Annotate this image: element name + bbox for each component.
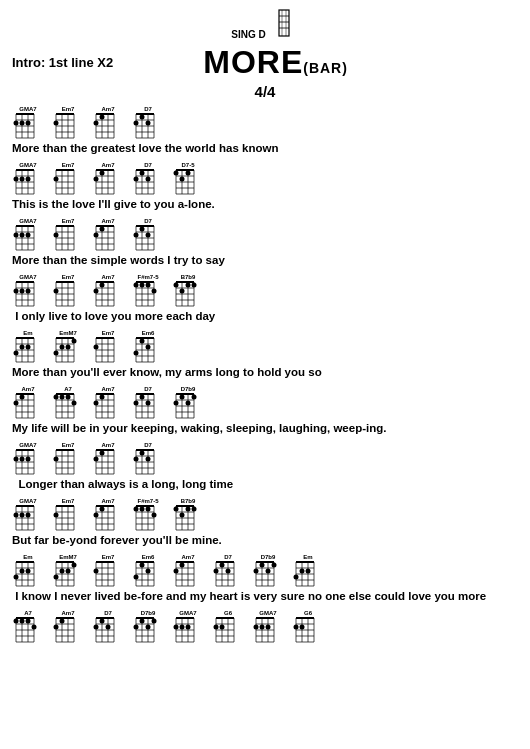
svg-point-276 (72, 339, 77, 344)
svg-point-662 (152, 619, 157, 624)
chord-diagram-GMA7: GMA7 (12, 216, 44, 252)
sing-d-label: SING D (12, 8, 518, 40)
svg-text:EmM7: EmM7 (59, 554, 77, 560)
svg-text:D7: D7 (224, 554, 232, 560)
svg-point-138 (20, 233, 25, 238)
svg-text:Am7: Am7 (101, 162, 115, 168)
svg-point-675 (180, 625, 185, 630)
svg-point-491 (174, 507, 179, 512)
sing-d-text: SING D (231, 29, 265, 40)
chord-diagram-GMA7: GMA7 (12, 440, 44, 476)
svg-text:D7b9: D7b9 (181, 386, 196, 392)
svg-point-231 (146, 283, 151, 288)
section-8: GMA7Em7Am7F#m7-5B7b9 But far be-yond for… (12, 496, 518, 546)
svg-point-123 (174, 171, 179, 176)
chord-diagram-Em7: Em7 (52, 496, 84, 532)
chord-diagram-D7: D7 (92, 608, 124, 644)
time-signature: 4/4 (12, 83, 518, 100)
chord-row-4: GMA7Em7Am7F#m7-5B7b9 (12, 272, 518, 308)
section-5: EmEmM7Em7Em6 More than you'll ever know,… (12, 328, 518, 378)
lyrics-3: More than the simple words I try to say (12, 254, 518, 266)
lyrics-8: But far be-yond forever you'll be mine. (12, 534, 518, 546)
svg-text:Am7: Am7 (101, 498, 115, 504)
svg-point-591 (272, 563, 277, 568)
svg-text:Em7: Em7 (62, 274, 75, 280)
svg-text:D7: D7 (104, 610, 112, 616)
chord-row-8: GMA7Em7Am7F#m7-5B7b9 (12, 496, 518, 532)
svg-text:Em6: Em6 (142, 554, 155, 560)
svg-point-574 (214, 569, 219, 574)
chord-diagram-Am7: Am7 (92, 216, 124, 252)
section-1: GMA7Em7Am7D7 More than the greatest love… (12, 104, 518, 154)
svg-text:B7b9: B7b9 (181, 274, 196, 280)
svg-point-384 (14, 457, 19, 462)
svg-point-576 (226, 569, 231, 574)
svg-point-71 (20, 177, 25, 182)
page-container: SING D Intro: 1st line X2 MORE(BAR) 4/4 … (12, 8, 518, 644)
chord-diagram-A7: A7 (12, 608, 44, 644)
svg-point-356 (140, 395, 145, 400)
chord-diagram-Em: Em (292, 552, 324, 588)
svg-text:Am7: Am7 (181, 554, 195, 560)
svg-point-715 (294, 625, 299, 630)
svg-point-716 (300, 625, 305, 630)
svg-text:Em7: Em7 (62, 498, 75, 504)
svg-point-676 (186, 625, 191, 630)
svg-text:A7: A7 (24, 610, 32, 616)
svg-point-273 (54, 351, 59, 356)
svg-point-19 (26, 121, 31, 126)
svg-point-328 (60, 395, 65, 400)
svg-point-58 (146, 121, 151, 126)
chord-row-10: A7Am7D7D7b9GMA7G6GMA7G6 (12, 608, 518, 644)
svg-text:Am7: Am7 (61, 610, 75, 616)
chord-row-5: EmEmM7Em7Em6 (12, 328, 518, 364)
svg-point-302 (146, 345, 151, 350)
svg-point-479 (152, 513, 157, 518)
svg-point-506 (14, 575, 19, 580)
svg-text:D7b9: D7b9 (141, 610, 156, 616)
section-4: GMA7Em7Am7F#m7-5B7b9 I only live to love… (12, 272, 518, 322)
chord-diagram-Em: Em (12, 552, 44, 588)
svg-point-177 (140, 227, 145, 232)
svg-text:D7b9: D7b9 (261, 554, 276, 560)
svg-text:Am7: Am7 (101, 106, 115, 112)
chord-diagram-Am7: Am7 (172, 552, 204, 588)
svg-point-494 (192, 507, 197, 512)
svg-point-645 (94, 625, 99, 630)
svg-point-191 (20, 289, 25, 294)
svg-point-588 (254, 569, 259, 574)
chord-row-3: GMA7Em7Am7D7 (12, 216, 518, 252)
chord-diagram-EmM7: EmM7 (52, 552, 84, 588)
chord-diagram-Em6: Em6 (132, 552, 164, 588)
svg-point-230 (140, 283, 145, 288)
svg-point-259 (14, 351, 19, 356)
svg-point-508 (26, 569, 31, 574)
chord-diagram-GMA7: GMA7 (12, 160, 44, 196)
svg-point-300 (134, 351, 139, 356)
lyrics-7: Longer than always is a long, long time (12, 478, 518, 490)
svg-point-125 (186, 171, 191, 176)
svg-point-192 (26, 289, 31, 294)
header: SING D (12, 8, 518, 40)
svg-text:G6: G6 (304, 610, 313, 616)
svg-point-164 (100, 227, 105, 232)
svg-point-178 (146, 233, 151, 238)
svg-point-139 (26, 233, 31, 238)
chord-diagram-Am7: Am7 (92, 160, 124, 196)
svg-point-439 (26, 513, 31, 518)
svg-point-111 (146, 177, 151, 182)
svg-text:Em6: Em6 (142, 330, 155, 336)
chord-row-1: GMA7Em7Am7D7 (12, 104, 518, 140)
svg-text:GMA7: GMA7 (19, 106, 37, 112)
chord-diagram-D7: D7 (132, 160, 164, 196)
chord-diagram-A7: A7 (52, 384, 84, 420)
chord-diagram-B7b9: B7b9 (172, 272, 204, 308)
svg-point-660 (140, 619, 145, 624)
section-9: EmEmM7Em7Em6Am7D7D7b9Em I know I never l… (12, 552, 518, 602)
chord-diagram-Em7: Em7 (92, 552, 124, 588)
svg-point-562 (180, 563, 185, 568)
svg-text:Em7: Em7 (62, 162, 75, 168)
svg-text:F#m7-5: F#m7-5 (137, 498, 159, 504)
svg-text:Am7: Am7 (101, 274, 115, 280)
chord-diagram-D7: D7 (212, 552, 244, 588)
